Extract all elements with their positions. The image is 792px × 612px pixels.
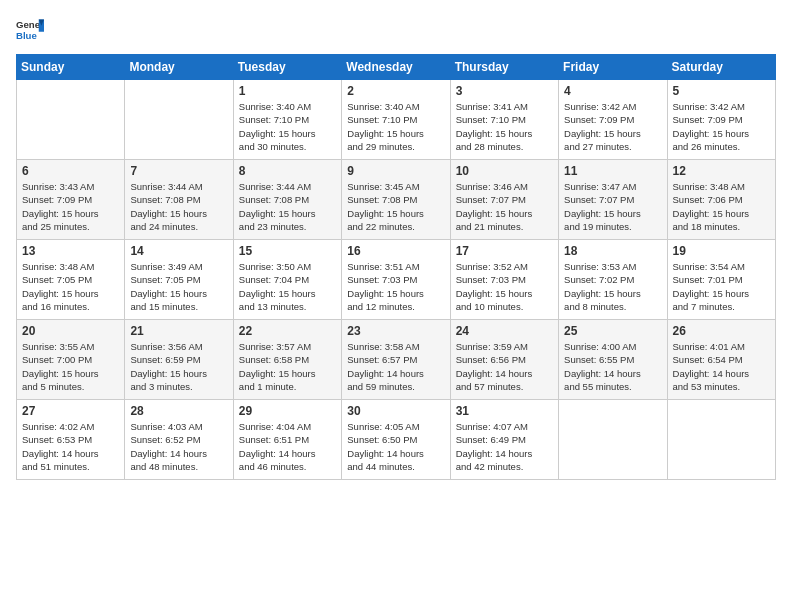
week-row-3: 13Sunrise: 3:48 AM Sunset: 7:05 PM Dayli…	[17, 240, 776, 320]
day-number: 11	[564, 164, 661, 178]
day-detail: Sunrise: 3:57 AM Sunset: 6:58 PM Dayligh…	[239, 340, 336, 393]
day-detail: Sunrise: 3:42 AM Sunset: 7:09 PM Dayligh…	[564, 100, 661, 153]
calendar-cell: 19Sunrise: 3:54 AM Sunset: 7:01 PM Dayli…	[667, 240, 775, 320]
day-number: 17	[456, 244, 553, 258]
calendar-cell: 31Sunrise: 4:07 AM Sunset: 6:49 PM Dayli…	[450, 400, 558, 480]
day-number: 19	[673, 244, 770, 258]
day-number: 20	[22, 324, 119, 338]
calendar-cell: 7Sunrise: 3:44 AM Sunset: 7:08 PM Daylig…	[125, 160, 233, 240]
day-detail: Sunrise: 3:44 AM Sunset: 7:08 PM Dayligh…	[239, 180, 336, 233]
day-detail: Sunrise: 4:03 AM Sunset: 6:52 PM Dayligh…	[130, 420, 227, 473]
day-number: 10	[456, 164, 553, 178]
day-header-monday: Monday	[125, 55, 233, 80]
day-detail: Sunrise: 3:44 AM Sunset: 7:08 PM Dayligh…	[130, 180, 227, 233]
day-detail: Sunrise: 3:40 AM Sunset: 7:10 PM Dayligh…	[239, 100, 336, 153]
day-number: 26	[673, 324, 770, 338]
day-detail: Sunrise: 4:02 AM Sunset: 6:53 PM Dayligh…	[22, 420, 119, 473]
calendar-cell: 18Sunrise: 3:53 AM Sunset: 7:02 PM Dayli…	[559, 240, 667, 320]
calendar-cell: 24Sunrise: 3:59 AM Sunset: 6:56 PM Dayli…	[450, 320, 558, 400]
calendar-cell: 27Sunrise: 4:02 AM Sunset: 6:53 PM Dayli…	[17, 400, 125, 480]
page-header: General Blue	[16, 16, 776, 44]
day-detail: Sunrise: 3:52 AM Sunset: 7:03 PM Dayligh…	[456, 260, 553, 313]
week-row-5: 27Sunrise: 4:02 AM Sunset: 6:53 PM Dayli…	[17, 400, 776, 480]
day-detail: Sunrise: 3:50 AM Sunset: 7:04 PM Dayligh…	[239, 260, 336, 313]
calendar-cell: 8Sunrise: 3:44 AM Sunset: 7:08 PM Daylig…	[233, 160, 341, 240]
day-number: 18	[564, 244, 661, 258]
calendar-cell: 21Sunrise: 3:56 AM Sunset: 6:59 PM Dayli…	[125, 320, 233, 400]
day-detail: Sunrise: 3:47 AM Sunset: 7:07 PM Dayligh…	[564, 180, 661, 233]
day-header-thursday: Thursday	[450, 55, 558, 80]
day-detail: Sunrise: 3:59 AM Sunset: 6:56 PM Dayligh…	[456, 340, 553, 393]
day-detail: Sunrise: 3:48 AM Sunset: 7:05 PM Dayligh…	[22, 260, 119, 313]
day-detail: Sunrise: 4:01 AM Sunset: 6:54 PM Dayligh…	[673, 340, 770, 393]
day-detail: Sunrise: 3:43 AM Sunset: 7:09 PM Dayligh…	[22, 180, 119, 233]
day-detail: Sunrise: 3:58 AM Sunset: 6:57 PM Dayligh…	[347, 340, 444, 393]
calendar-cell: 10Sunrise: 3:46 AM Sunset: 7:07 PM Dayli…	[450, 160, 558, 240]
calendar-cell: 22Sunrise: 3:57 AM Sunset: 6:58 PM Dayli…	[233, 320, 341, 400]
day-detail: Sunrise: 3:41 AM Sunset: 7:10 PM Dayligh…	[456, 100, 553, 153]
day-number: 12	[673, 164, 770, 178]
calendar-cell	[125, 80, 233, 160]
day-number: 24	[456, 324, 553, 338]
day-number: 29	[239, 404, 336, 418]
week-row-1: 1Sunrise: 3:40 AM Sunset: 7:10 PM Daylig…	[17, 80, 776, 160]
day-detail: Sunrise: 4:04 AM Sunset: 6:51 PM Dayligh…	[239, 420, 336, 473]
day-number: 22	[239, 324, 336, 338]
calendar-cell: 17Sunrise: 3:52 AM Sunset: 7:03 PM Dayli…	[450, 240, 558, 320]
calendar-cell: 12Sunrise: 3:48 AM Sunset: 7:06 PM Dayli…	[667, 160, 775, 240]
day-number: 31	[456, 404, 553, 418]
calendar-cell: 5Sunrise: 3:42 AM Sunset: 7:09 PM Daylig…	[667, 80, 775, 160]
day-number: 2	[347, 84, 444, 98]
calendar-cell: 14Sunrise: 3:49 AM Sunset: 7:05 PM Dayli…	[125, 240, 233, 320]
calendar-cell: 26Sunrise: 4:01 AM Sunset: 6:54 PM Dayli…	[667, 320, 775, 400]
day-header-saturday: Saturday	[667, 55, 775, 80]
day-header-friday: Friday	[559, 55, 667, 80]
logo: General Blue	[16, 16, 48, 44]
calendar-cell: 29Sunrise: 4:04 AM Sunset: 6:51 PM Dayli…	[233, 400, 341, 480]
day-number: 4	[564, 84, 661, 98]
day-header-tuesday: Tuesday	[233, 55, 341, 80]
calendar-cell: 2Sunrise: 3:40 AM Sunset: 7:10 PM Daylig…	[342, 80, 450, 160]
day-number: 30	[347, 404, 444, 418]
day-header-sunday: Sunday	[17, 55, 125, 80]
day-detail: Sunrise: 3:42 AM Sunset: 7:09 PM Dayligh…	[673, 100, 770, 153]
calendar-cell: 11Sunrise: 3:47 AM Sunset: 7:07 PM Dayli…	[559, 160, 667, 240]
calendar-cell: 1Sunrise: 3:40 AM Sunset: 7:10 PM Daylig…	[233, 80, 341, 160]
day-number: 28	[130, 404, 227, 418]
day-number: 1	[239, 84, 336, 98]
calendar-cell	[17, 80, 125, 160]
day-number: 13	[22, 244, 119, 258]
logo-icon: General Blue	[16, 16, 44, 44]
day-number: 25	[564, 324, 661, 338]
day-detail: Sunrise: 3:45 AM Sunset: 7:08 PM Dayligh…	[347, 180, 444, 233]
calendar-cell: 15Sunrise: 3:50 AM Sunset: 7:04 PM Dayli…	[233, 240, 341, 320]
day-number: 6	[22, 164, 119, 178]
calendar-cell: 13Sunrise: 3:48 AM Sunset: 7:05 PM Dayli…	[17, 240, 125, 320]
day-detail: Sunrise: 3:56 AM Sunset: 6:59 PM Dayligh…	[130, 340, 227, 393]
day-detail: Sunrise: 3:54 AM Sunset: 7:01 PM Dayligh…	[673, 260, 770, 313]
day-detail: Sunrise: 3:49 AM Sunset: 7:05 PM Dayligh…	[130, 260, 227, 313]
day-detail: Sunrise: 3:48 AM Sunset: 7:06 PM Dayligh…	[673, 180, 770, 233]
day-detail: Sunrise: 3:40 AM Sunset: 7:10 PM Dayligh…	[347, 100, 444, 153]
calendar-cell: 20Sunrise: 3:55 AM Sunset: 7:00 PM Dayli…	[17, 320, 125, 400]
day-number: 21	[130, 324, 227, 338]
day-number: 27	[22, 404, 119, 418]
day-number: 9	[347, 164, 444, 178]
day-detail: Sunrise: 3:46 AM Sunset: 7:07 PM Dayligh…	[456, 180, 553, 233]
day-number: 3	[456, 84, 553, 98]
calendar-cell: 16Sunrise: 3:51 AM Sunset: 7:03 PM Dayli…	[342, 240, 450, 320]
day-detail: Sunrise: 3:55 AM Sunset: 7:00 PM Dayligh…	[22, 340, 119, 393]
calendar-cell: 23Sunrise: 3:58 AM Sunset: 6:57 PM Dayli…	[342, 320, 450, 400]
calendar-cell: 30Sunrise: 4:05 AM Sunset: 6:50 PM Dayli…	[342, 400, 450, 480]
day-detail: Sunrise: 3:53 AM Sunset: 7:02 PM Dayligh…	[564, 260, 661, 313]
day-detail: Sunrise: 3:51 AM Sunset: 7:03 PM Dayligh…	[347, 260, 444, 313]
day-detail: Sunrise: 4:07 AM Sunset: 6:49 PM Dayligh…	[456, 420, 553, 473]
calendar-cell: 25Sunrise: 4:00 AM Sunset: 6:55 PM Dayli…	[559, 320, 667, 400]
days-of-week-row: SundayMondayTuesdayWednesdayThursdayFrid…	[17, 55, 776, 80]
day-number: 16	[347, 244, 444, 258]
calendar-cell	[559, 400, 667, 480]
calendar-cell: 6Sunrise: 3:43 AM Sunset: 7:09 PM Daylig…	[17, 160, 125, 240]
day-number: 8	[239, 164, 336, 178]
week-row-4: 20Sunrise: 3:55 AM Sunset: 7:00 PM Dayli…	[17, 320, 776, 400]
day-number: 7	[130, 164, 227, 178]
